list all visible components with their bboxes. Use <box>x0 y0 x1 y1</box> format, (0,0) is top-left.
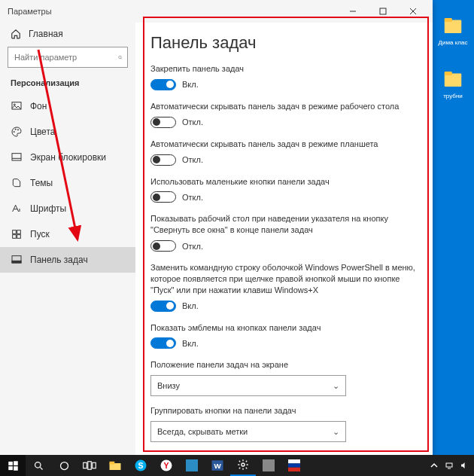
svg-rect-25 <box>8 461 13 465</box>
taskbar-app-gray[interactable] <box>256 455 281 476</box>
sidebar-item-background[interactable]: Фон <box>0 93 135 119</box>
sidebar-item-label: Темы <box>30 178 53 188</box>
svg-rect-33 <box>88 462 92 470</box>
sidebar-item-themes[interactable]: Темы <box>0 170 135 196</box>
taskbar-app-generic[interactable] <box>179 455 205 476</box>
taskbar-app-flag[interactable] <box>281 455 307 476</box>
tray-network-icon[interactable] <box>444 460 454 471</box>
flag-icon <box>288 459 300 471</box>
sidebar-item-fonts[interactable]: Шрифты <box>0 196 135 221</box>
taskbar-app-yandex[interactable]: Y <box>153 455 179 476</box>
tray-volume-icon[interactable] <box>459 460 469 471</box>
search-input-wrap[interactable] <box>8 47 128 68</box>
svg-text:S: S <box>138 461 143 470</box>
chevron-down-icon: ⌄ <box>333 427 339 437</box>
svg-point-31 <box>60 462 68 469</box>
svg-rect-23 <box>12 261 21 263</box>
option-label: Автоматически скрывать панель задач в ре… <box>150 139 418 150</box>
svg-rect-18 <box>13 230 17 234</box>
svg-rect-44 <box>288 459 300 463</box>
group-select[interactable]: Всегда, скрывать метки ⌄ <box>150 421 346 442</box>
svg-rect-2 <box>445 74 462 87</box>
position-select[interactable]: Внизу ⌄ <box>150 375 346 396</box>
maximize-button[interactable] <box>368 1 398 22</box>
svg-point-13 <box>15 129 16 130</box>
svg-text:Y: Y <box>163 461 169 470</box>
home-link[interactable]: Главная <box>0 23 135 47</box>
window-title: Параметры <box>8 7 338 16</box>
desktop-icon[interactable]: трубни <box>441 67 465 99</box>
toggle-state: Откл. <box>182 242 203 251</box>
taskbar-icon <box>11 254 23 266</box>
toggle-autohide-tablet[interactable]: Откл. <box>150 154 203 166</box>
position-label: Положение панели задач на экране <box>150 359 418 371</box>
svg-rect-28 <box>14 466 18 471</box>
toggle-autohide-desktop[interactable]: Откл. <box>150 117 203 128</box>
toggle-lock-taskbar[interactable]: Вкл. <box>150 79 199 90</box>
desktop-icon[interactable]: Дима клас <box>439 14 468 46</box>
toggle-badges[interactable]: Вкл. <box>150 337 199 349</box>
toggle-state: Откл. <box>182 117 203 127</box>
taskbar-app-settings[interactable] <box>230 455 256 476</box>
start-button[interactable] <box>0 455 26 476</box>
svg-rect-15 <box>12 154 21 160</box>
home-icon <box>11 29 21 39</box>
yandex-icon: Y <box>160 459 173 472</box>
svg-text:W: W <box>214 462 221 470</box>
option-label: Автоматически скрывать панель задач в ре… <box>150 101 418 112</box>
tray-chevron-up-icon[interactable] <box>429 460 439 471</box>
sidebar-item-start[interactable]: Пуск <box>0 221 135 247</box>
sidebar-item-label: Фон <box>30 101 47 111</box>
search-icon <box>118 53 123 63</box>
folder-icon <box>108 459 122 471</box>
skype-icon: S <box>134 459 147 472</box>
cortana-button[interactable] <box>51 455 77 476</box>
palette-icon <box>11 126 23 138</box>
sidebar-item-label: Шрифты <box>30 203 66 214</box>
taskbar-app-explorer[interactable] <box>102 455 128 476</box>
system-taskbar: S Y W <box>0 455 474 476</box>
start-icon <box>11 228 23 240</box>
option-label: Показать эмблемы на кнопках панели задач <box>150 322 418 334</box>
svg-rect-21 <box>17 235 21 239</box>
lockscreen-icon <box>11 151 23 163</box>
task-view-button[interactable] <box>77 455 102 476</box>
toggle-state: Откл. <box>182 155 203 164</box>
sidebar-item-label: Цвета <box>30 127 55 137</box>
section-label: Персонализация <box>0 75 135 93</box>
group-label: Группировать кнопки на панели задач <box>150 405 418 416</box>
toggle-peek-desktop[interactable]: Откл. <box>150 240 203 252</box>
sidebar-item-lockscreen[interactable]: Экран блокировки <box>0 145 135 170</box>
taskbar-app-word[interactable]: W <box>205 455 230 476</box>
desktop-icon-label: Дима клас <box>439 39 468 46</box>
svg-point-8 <box>119 56 122 59</box>
svg-rect-20 <box>13 235 17 239</box>
desktop-icon-label: трубни <box>443 93 463 99</box>
toggle-small-buttons[interactable]: Откл. <box>150 191 203 203</box>
home-label: Главная <box>29 29 63 39</box>
svg-rect-19 <box>17 230 21 234</box>
content-pane: Панель задач Закрепить панель задач Вкл.… <box>135 23 433 456</box>
sidebar-item-colors[interactable]: Цвета <box>0 119 135 145</box>
search-button[interactable] <box>26 455 51 476</box>
svg-rect-45 <box>288 463 300 467</box>
svg-rect-5 <box>380 8 386 14</box>
system-tray <box>429 460 474 471</box>
svg-line-9 <box>121 58 122 59</box>
toggle-powershell[interactable]: Вкл. <box>150 301 199 312</box>
search-input[interactable] <box>14 53 118 62</box>
sidebar: Главная Персонализация Фон Цвета Экран б… <box>0 23 135 456</box>
svg-rect-0 <box>445 20 462 34</box>
sidebar-item-label: Панель задач <box>30 255 88 265</box>
fonts-icon <box>11 203 23 215</box>
taskbar-app-skype[interactable]: S <box>128 455 153 476</box>
svg-rect-3 <box>445 72 452 75</box>
option-label: Закрепить панель задач <box>150 63 418 75</box>
sidebar-item-taskbar[interactable]: Панель задач <box>0 247 135 273</box>
minimize-button[interactable] <box>338 1 368 22</box>
close-button[interactable] <box>398 1 428 22</box>
settings-window: Параметры Главная Персонализация Фон <box>0 0 433 456</box>
sidebar-item-label: Пуск <box>30 229 50 240</box>
select-value: Внизу <box>157 381 180 390</box>
option-label: Использовать маленькие кнопки панели зад… <box>150 176 418 188</box>
